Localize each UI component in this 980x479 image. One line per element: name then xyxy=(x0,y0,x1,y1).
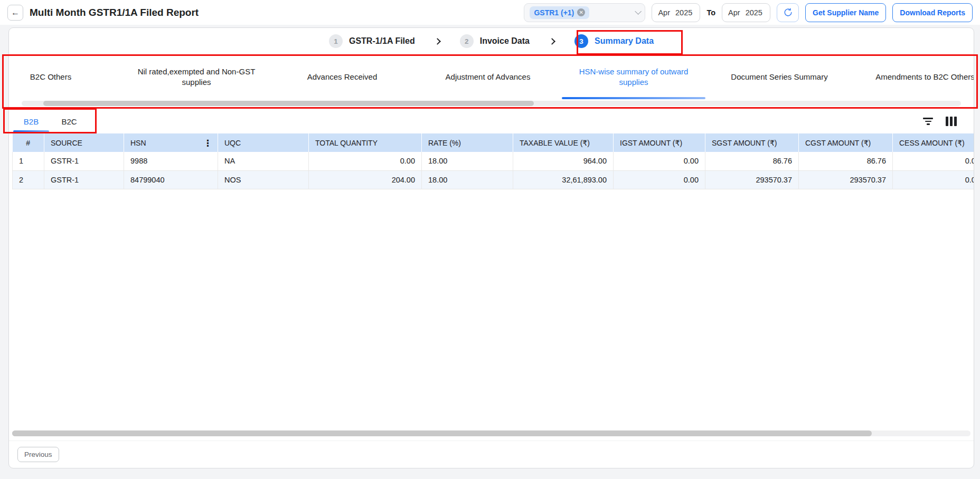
column-header-taxable-value: TAXABLE VALUE (₹) xyxy=(513,133,614,152)
back-button[interactable]: ← xyxy=(7,5,23,21)
column-header-cess-amount: CESS AMOUNT (₹) xyxy=(893,133,974,152)
table-toolbar xyxy=(923,109,970,133)
cell-rate: 18.00 xyxy=(422,152,513,170)
column-header-igst-amount: IGST AMOUNT (₹) xyxy=(614,133,705,152)
tab-label: Amendments to B2C Others xyxy=(875,72,974,82)
table-row[interactable]: 2GSTR-184799040NOS204.0018.0032,61,893.0… xyxy=(13,170,974,189)
columns-icon[interactable] xyxy=(946,117,957,126)
chip-remove-icon[interactable]: ✕ xyxy=(577,8,585,16)
cell-uqc: NA xyxy=(218,152,309,170)
cell-hsn: 9988 xyxy=(124,152,218,170)
cell-hsn: 84799040 xyxy=(124,170,218,189)
subtab-b2c[interactable]: B2C xyxy=(50,109,88,133)
report-type-chip: GSTR1 (+1) ✕ xyxy=(530,6,589,19)
cell-igst-amount: 0.00 xyxy=(614,170,705,189)
cell-sgst-amount: 86.76 xyxy=(705,152,799,170)
column-header-label: UQC xyxy=(224,139,241,147)
step-invoice-data[interactable]: 2 Invoice Data xyxy=(460,34,530,48)
tab-label: B2C Others xyxy=(30,72,71,82)
report-card: 1 GSTR-1/1A Filed 2 Invoice Data 3 Summa… xyxy=(8,27,974,468)
step-label: GSTR-1/1A Filed xyxy=(349,36,415,46)
cell-cgst-amount: 86.76 xyxy=(799,152,893,170)
chevron-down-icon xyxy=(635,8,642,15)
column-header-label: SOURCE xyxy=(51,139,82,147)
column-header-cgst-amount: CGST AMOUNT (₹) xyxy=(799,133,893,152)
tab-label: Nil rated,exempted and Non-GST supplies xyxy=(135,66,258,88)
get-supplier-name-button[interactable]: Get Supplier Name xyxy=(805,3,886,22)
cell-taxable-value: 32,61,893.00 xyxy=(513,170,614,189)
refresh-button[interactable] xyxy=(777,3,799,22)
report-type-select[interactable]: GSTR1 (+1) ✕ xyxy=(524,3,645,22)
download-reports-button[interactable]: Download Reports xyxy=(892,3,973,22)
column-header-label: TOTAL QUANTITY xyxy=(315,139,378,147)
hsn-summary-table: #SOURCEHSN⋮UQCTOTAL QUANTITYRATE (%)TAXA… xyxy=(12,133,974,189)
tab-label: Document Series Summary xyxy=(731,72,827,82)
step-summary-data[interactable]: 3 Summary Data xyxy=(574,34,654,48)
tab-hsn-wise-summary-of-outward-supplies[interactable]: HSN-wise summary of outward supplies xyxy=(561,55,706,99)
column-header-label: CGST AMOUNT (₹) xyxy=(805,139,871,147)
tab-amendments-to-b2c-others[interactable]: Amendments to B2C Others xyxy=(852,55,974,99)
step-label: Summary Data xyxy=(595,36,654,46)
tab-label: Adjustment of Advances xyxy=(446,72,531,82)
tab-adjustment-of-advances[interactable]: Adjustment of Advances xyxy=(415,55,561,99)
cell-sgst-amount: 293570.37 xyxy=(705,170,799,189)
column-header-label: TAXABLE VALUE (₹) xyxy=(520,139,590,147)
top-header-bar: ← Multi Month GSTR1/1A Filed Report GSTR… xyxy=(0,0,980,25)
tab-strip-inner: B2C OthersNil rated,exempted and Non-GST… xyxy=(9,55,974,99)
step-label: Invoice Data xyxy=(480,36,530,46)
date-to-input[interactable]: Apr 2025 xyxy=(722,3,770,22)
tabs-scrollbar-thumb[interactable] xyxy=(43,101,534,106)
step-number-badge: 2 xyxy=(460,34,474,48)
column-header-total-quantity: TOTAL QUANTITY xyxy=(309,133,422,152)
column-header-label: # xyxy=(26,139,30,147)
step-number-badge: 1 xyxy=(329,34,343,48)
table-scrollbar-thumb[interactable] xyxy=(12,430,872,436)
table-row[interactable]: 1GSTR-19988NA0.0018.00964.000.0086.7686.… xyxy=(13,152,974,170)
cell-taxable-value: 964.00 xyxy=(513,152,614,170)
refresh-icon xyxy=(783,7,793,17)
column-header-rate: RATE (%) xyxy=(422,133,513,152)
cell-cess-amount: 0.00 xyxy=(893,170,974,189)
tab-nil-rated-exempted-and-non-gst-supplies[interactable]: Nil rated,exempted and Non-GST supplies xyxy=(124,55,269,99)
tab-label: HSN-wise summary of outward supplies xyxy=(572,66,695,88)
header-controls: GSTR1 (+1) ✕ Apr 2025 To Apr 2025 Get Su… xyxy=(524,3,973,22)
cell-source: GSTR-1 xyxy=(44,170,124,189)
step-number-badge: 3 xyxy=(574,34,588,48)
cell-cess-amount: 0.00 xyxy=(893,152,974,170)
column-header-source: SOURCE xyxy=(44,133,124,152)
previous-button[interactable]: Previous xyxy=(17,447,59,462)
column-header-sgst-amount: SGST AMOUNT (₹) xyxy=(705,133,799,152)
subtab-b2b[interactable]: B2B xyxy=(12,109,50,133)
filter-icon[interactable] xyxy=(923,118,933,125)
chip-label: GSTR1 (+1) xyxy=(534,8,574,17)
arrow-left-icon: ← xyxy=(11,8,20,17)
chevron-right-icon xyxy=(434,38,441,45)
column-header-uqc: UQC xyxy=(218,133,309,152)
cell-cgst-amount: 293570.37 xyxy=(799,170,893,189)
cell-igst-amount: 0.00 xyxy=(614,152,705,170)
column-header-label: IGST AMOUNT (₹) xyxy=(620,139,682,147)
tabs-horizontal-scrollbar[interactable] xyxy=(22,101,961,106)
column-header-label: SGST AMOUNT (₹) xyxy=(712,139,777,147)
cell-source: GSTR-1 xyxy=(44,152,124,170)
tab-document-series-summary[interactable]: Document Series Summary xyxy=(706,55,852,99)
empty-table-area xyxy=(9,189,974,431)
date-from-input[interactable]: Apr 2025 xyxy=(652,3,700,22)
kebab-menu-icon[interactable]: ⋮ xyxy=(203,137,212,148)
tab-b2c-others[interactable]: B2C Others xyxy=(9,55,124,99)
table-body: 1GSTR-19988NA0.0018.00964.000.0086.7686.… xyxy=(13,152,974,189)
cell-: 1 xyxy=(13,152,44,170)
cell-total-quantity: 204.00 xyxy=(309,170,422,189)
table-horizontal-scrollbar[interactable] xyxy=(12,430,970,436)
column-header-label: RATE (%) xyxy=(428,139,461,147)
cell-rate: 18.00 xyxy=(422,170,513,189)
subtab-row: B2BB2C xyxy=(9,109,974,133)
hsn-summary-table-wrap: #SOURCEHSN⋮UQCTOTAL QUANTITYRATE (%)TAXA… xyxy=(9,133,974,189)
summary-tabs: B2C OthersNil rated,exempted and Non-GST… xyxy=(9,55,974,99)
step-gstr-1-1a-filed[interactable]: 1 GSTR-1/1A Filed xyxy=(329,34,415,48)
column-header-: # xyxy=(13,133,44,152)
tab-advances-received[interactable]: Advances Received xyxy=(269,55,415,99)
column-header-label: HSN xyxy=(130,139,146,147)
column-header-hsn: HSN⋮ xyxy=(124,133,218,152)
subtab-container: B2BB2C xyxy=(12,109,88,133)
